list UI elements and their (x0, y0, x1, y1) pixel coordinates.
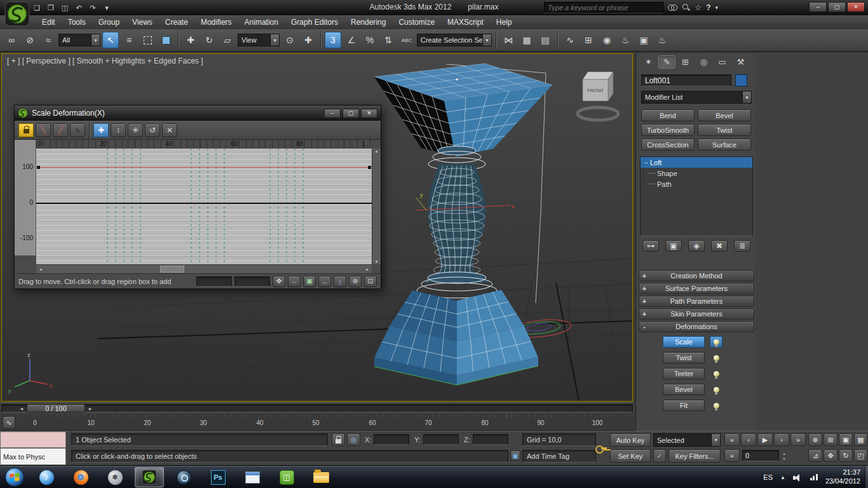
swap-deform-curves-button[interactable]: ∿ (70, 123, 85, 137)
taskbar-explorer[interactable] (306, 467, 336, 487)
go-to-end-button[interactable]: » (790, 433, 806, 446)
auto-key-button[interactable]: Auto Key (610, 433, 651, 447)
reference-coordinate-dropdown[interactable]: View ▾ (238, 34, 280, 46)
rendered-frame-window-button[interactable]: ▣ (635, 32, 652, 48)
modifier-stack-list[interactable]: − Loft Shape Path (640, 156, 753, 236)
previous-frame-arrow[interactable]: ◂ (18, 404, 25, 412)
menu-customize[interactable]: Customize (392, 17, 441, 28)
selection-region-button[interactable] (139, 32, 156, 48)
selection-filter-dropdown[interactable]: All ▾ (58, 34, 100, 46)
time-slider[interactable]: ◂ 0 / 100 ▸ (0, 402, 634, 414)
object-name-field[interactable]: Loft001 (641, 74, 731, 86)
previous-key-button[interactable]: « (724, 449, 740, 462)
pan-view-button[interactable]: ✥ (824, 449, 837, 462)
track-bar[interactable]: ∿ 0 10 20 30 40 50 60 70 80 90 100 (0, 414, 634, 431)
taskbar-itunes[interactable]: ♪ (32, 467, 61, 487)
time-slider-button[interactable]: 0 / 100 (27, 404, 85, 412)
infocenter-dropdown-icon[interactable]: ▾ (715, 4, 718, 11)
curve-handle-start[interactable] (37, 166, 40, 169)
rollout-creation-method[interactable]: + Creation Method (639, 270, 754, 281)
zoom-region-button[interactable]: ⊡ (364, 276, 377, 287)
curve-handle-end[interactable] (368, 166, 371, 169)
taskbar-green-app[interactable]: ◫ (272, 467, 301, 487)
menu-group[interactable]: Group (92, 17, 126, 28)
render-setup-button[interactable]: ♨ (617, 32, 634, 48)
select-and-manipulate-button[interactable]: ✚ (300, 32, 316, 48)
percent-snap-toggle[interactable]: % (362, 32, 378, 48)
current-frame-field[interactable]: 0 (742, 450, 779, 461)
macro-recorder-field[interactable] (0, 431, 66, 448)
search-binoculars-icon[interactable] (668, 4, 677, 11)
unlink-selection-button[interactable]: ⊘ (22, 32, 38, 48)
named-selection-sets-dropdown[interactable]: Create Selection Se ▾ (417, 34, 492, 46)
menu-modifiers[interactable]: Modifiers (194, 17, 238, 28)
favorites-star-icon[interactable]: ☆ (695, 3, 702, 12)
maximize-button[interactable]: ▢ (828, 2, 846, 12)
teeter-enable-toggle[interactable] (710, 368, 722, 379)
layer-manager-button[interactable]: ▤ (537, 32, 553, 48)
deformation-bevel-button[interactable]: Bevel (663, 384, 705, 395)
modifier-button-surface[interactable]: Surface (698, 139, 751, 151)
undo-button[interactable]: ↶ (72, 2, 85, 13)
network-icon[interactable] (810, 474, 818, 480)
stack-item-path[interactable]: Path (641, 179, 752, 189)
viewcube[interactable]: FRONT (578, 72, 618, 120)
zoom-extents-button[interactable]: ▣ (839, 433, 853, 446)
adaptive-degradation-toggle[interactable]: ▣ (510, 451, 520, 461)
zoom-extents-horizontal-button[interactable]: ⇔ (288, 276, 301, 287)
pin-stack-button[interactable]: ⊶ (642, 240, 659, 252)
x-coordinate-field[interactable] (374, 434, 409, 445)
tab-motion[interactable]: ◎ (695, 55, 712, 69)
spinner-down-icon[interactable]: ▾ (783, 456, 785, 461)
key-filter-set-dropdown[interactable]: Selected ▾ (653, 433, 721, 447)
schematic-view-button[interactable]: ⊞ (580, 32, 597, 48)
twist-enable-toggle[interactable] (710, 352, 722, 363)
key-filters-button[interactable]: Key Filters... (668, 449, 721, 463)
pillar-model[interactable] (374, 64, 552, 385)
zoom-vertical-button[interactable]: ↕ (334, 276, 346, 287)
next-frame-arrow[interactable]: ▸ (86, 404, 94, 412)
time-slider-track[interactable] (1, 404, 633, 412)
infocenter-search-icon[interactable] (682, 3, 690, 11)
taskbar-blue-app[interactable] (169, 467, 198, 487)
next-frame-button[interactable]: › (774, 433, 789, 446)
menu-help[interactable]: Help (490, 17, 519, 28)
select-by-name-button[interactable]: ≡ (121, 32, 137, 48)
start-button[interactable] (5, 468, 24, 487)
volume-icon[interactable] (793, 473, 803, 482)
select-and-link-button[interactable]: ∞ (3, 32, 20, 48)
minimize-button[interactable]: – (809, 2, 827, 12)
menu-edit[interactable]: Edit (36, 17, 62, 28)
modifier-button-crosssection[interactable]: CrossSection (641, 139, 695, 151)
taskbar-firefox[interactable] (66, 467, 95, 487)
select-object-button[interactable]: ↖ (102, 32, 119, 48)
new-file-button[interactable]: ❑ (31, 2, 43, 13)
modifier-button-twist[interactable]: Twist (698, 124, 751, 136)
deformation-teeter-button[interactable]: Teeter (663, 368, 705, 379)
angle-snap-toggle[interactable]: ∠ (343, 32, 360, 48)
zoom-horizontal-button[interactable]: ↔ (318, 276, 331, 287)
open-file-button[interactable]: ❒ (44, 2, 57, 13)
application-menu-button[interactable] (4, 1, 30, 29)
rollout-surface-parameters[interactable]: + Surface Parameters (639, 283, 754, 294)
dialog-close-button[interactable]: ✕ (361, 109, 377, 118)
go-to-start-button[interactable]: « (724, 433, 740, 446)
taskbar-photoshop[interactable]: Ps (203, 467, 233, 487)
scroll-down-icon[interactable]: ▾ (376, 259, 378, 264)
menu-tools[interactable]: Tools (62, 17, 92, 28)
deformation-fit-button[interactable]: Fit (663, 400, 705, 411)
scale-curve-line[interactable] (37, 167, 370, 168)
modifier-button-turbosmooth[interactable]: TurboSmooth (641, 124, 695, 136)
deformation-curve-graph[interactable] (36, 149, 372, 264)
show-desktop-button[interactable] (865, 466, 868, 488)
select-and-move-button[interactable]: ✚ (182, 32, 199, 48)
maxscript-mini-listener[interactable]: Max to Physc (0, 448, 66, 465)
zoom-extents-button[interactable]: ▣ (303, 276, 316, 287)
frame-spinner[interactable]: ▴ ▾ (780, 450, 788, 461)
make-unique-button[interactable]: ◈ (688, 240, 705, 252)
reset-curve-button[interactable]: ↺ (145, 123, 160, 137)
stack-item-shape[interactable]: Shape (641, 168, 752, 179)
lock-button[interactable] (18, 123, 34, 137)
scroll-up-icon[interactable]: ▴ (376, 149, 378, 154)
stack-item-loft[interactable]: − Loft (641, 157, 752, 168)
